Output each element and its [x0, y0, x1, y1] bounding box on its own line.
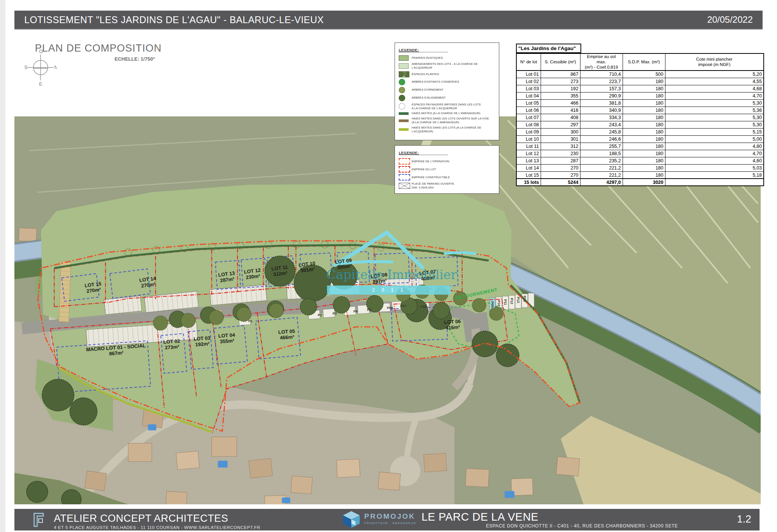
- table-cell: 4,55: [665, 78, 764, 85]
- legend-item-label: PRAIRIES RUSTIQUES: [412, 56, 443, 60]
- table-cell: 245,8: [580, 128, 623, 135]
- watermark-band: 2 0 1 1: [327, 286, 451, 295]
- lot-label-04: LOT 04355m²: [218, 333, 236, 345]
- table-cell: 500: [623, 71, 665, 78]
- emprise-lot-icon: [399, 166, 410, 173]
- table-cell: 15 lots: [516, 179, 541, 186]
- legend-item-label: EMPRISE CONSTRUCTIBLE: [412, 176, 450, 179]
- table-row: Lot 06416340,91805,36: [516, 107, 764, 114]
- table-cell: 300: [541, 128, 580, 135]
- table-cell: 235,2: [580, 157, 623, 164]
- col-lot: N° de lot: [516, 53, 541, 71]
- footer-bar: ATELIER CONCEPT ARCHITECTES 4 ET 5 PLACE…: [14, 509, 760, 530]
- parking-label-p5: P5: [367, 308, 371, 312]
- tree-ornement-icon: [399, 87, 405, 93]
- legend-item-label: ESPACES PAYSAGERS IMPOSES DANS LES LOTSA…: [412, 103, 481, 110]
- table-cell: 5,18: [665, 171, 764, 179]
- lot-label-06: LOT 06416m²: [444, 319, 461, 331]
- table-cell: 5,20: [665, 71, 764, 78]
- parking-label-p07: P07: [400, 304, 406, 308]
- legend-item: HAIES MIXTES DANS LES LOTS (A LA CHARGE …: [399, 126, 495, 133]
- table-cell: 180: [623, 128, 665, 135]
- table-cell: 273: [541, 78, 580, 85]
- compass-o: O: [39, 49, 43, 54]
- lot-label-11: LOT 11312m²: [271, 265, 289, 278]
- table-cell: 355: [541, 92, 580, 99]
- table-cell: 188,5: [580, 150, 623, 157]
- bar-haie-amenageur: [399, 112, 409, 115]
- legend-title: LEGENDE:: [399, 48, 448, 52]
- lot-label-12: LOT 12230m²: [244, 267, 261, 281]
- tree-alignement-icon: [399, 95, 405, 101]
- tree-existant-icon: [399, 79, 405, 85]
- paysager-dashed-circle-icon: [399, 103, 405, 110]
- table-row: Lot 04355290,91804,70: [516, 92, 764, 99]
- table-cell: 180: [623, 171, 665, 179]
- table-cell: 4,68: [665, 85, 764, 92]
- table-cell: 180: [623, 135, 665, 143]
- table-cell: Lot 06: [516, 107, 541, 114]
- table-row: Lot 07408334,31805,30: [516, 114, 764, 121]
- lots-table: N° de lot S. Cessible (m²) Emprise au so…: [516, 53, 764, 186]
- table-cell: 312: [541, 143, 580, 150]
- table-cell: Lot 13: [516, 157, 541, 164]
- legend-item: EMPRISE CONSTRUCTIBLE: [399, 174, 495, 180]
- table-cell: Lot 08: [516, 121, 541, 128]
- plan-scale: ECHELLE: 1/750°: [115, 56, 155, 62]
- lot-label-13: LOT 13287m²: [218, 270, 236, 284]
- bar-haie-voie: [399, 119, 409, 122]
- legend-item-label: HAIES MIXTES DANS LES LOTS (A LA CHARGE …: [412, 126, 495, 133]
- compass-n: N: [54, 64, 57, 70]
- table-cell: 246,6: [580, 135, 623, 143]
- table-cell: Lot 05: [516, 99, 541, 107]
- table-row: Lot 13287235,21804,60: [516, 157, 764, 164]
- compass-icon: O N S E: [24, 49, 57, 88]
- table-cell: 5,36: [665, 107, 764, 114]
- col-sdp: S.D.P. Max. (m²): [623, 53, 665, 71]
- table-cell: 180: [623, 150, 665, 157]
- table-cell: 255,7: [580, 143, 623, 150]
- table-cell: 180: [623, 92, 665, 99]
- legend-item-label: AMENAGEMENTS DES LOTS - A LA CHARGE DE L…: [412, 62, 495, 70]
- table-cell: [665, 179, 764, 186]
- table-row: Lot 02273223,71804,55: [516, 78, 764, 85]
- legend-item: HAIES MIXTES DANS LES LOTS OUVERTS SUR L…: [399, 117, 495, 124]
- table-cell: 4297,0: [580, 179, 623, 186]
- legend-item-label: EMPRISE DE L'OPERATION: [412, 160, 449, 163]
- legend-item-label: PLACE DE PARKING OUVERTEDIM. 3.00x5.00m: [412, 182, 454, 190]
- table-cell: Lot 07: [516, 114, 541, 121]
- parking-label-p3: P3: [332, 312, 337, 315]
- table-cell: 416: [541, 107, 580, 114]
- table-cell: Lot 04: [516, 92, 541, 99]
- table-row: Lot 05466381,81805,30: [516, 99, 764, 107]
- parking-label-p12: P12: [510, 298, 514, 304]
- parking-icon: [399, 183, 410, 189]
- table-cell: 180: [623, 114, 665, 121]
- legend-item: ARBRES D'ORNEMENT: [399, 87, 495, 93]
- table-cell: 287: [541, 157, 580, 164]
- table-cell: Lot 03: [516, 85, 541, 92]
- table-cell: 334,3: [580, 114, 623, 121]
- table-cell: 290,9: [580, 92, 623, 99]
- legend-landscape: LEGENDE: PRAIRIES RUSTIQUESAMENAGEMENTS …: [395, 42, 499, 140]
- table-cell: 5,30: [665, 114, 764, 121]
- lot-label-02: LOT 02273m²: [163, 339, 181, 351]
- table-row: Lot 09300245,81805,15: [516, 128, 764, 135]
- table-cell: Lot 01: [516, 71, 541, 78]
- table-cell: 867: [541, 71, 580, 78]
- compass-s: S: [24, 64, 28, 70]
- bar-haie-acquereur: [399, 128, 409, 131]
- table-cell: Lot 02: [516, 78, 541, 85]
- lot-label-10: LOT 10301m²: [298, 261, 316, 274]
- table-row: Lot 10301246,61805,00: [516, 135, 764, 143]
- project-name: LE PARC DE LA VENE: [422, 511, 678, 523]
- parking-label-p11: P11: [503, 299, 507, 305]
- table-cell: 4,60: [665, 157, 764, 164]
- lot-label-05: LOT 05466m²: [278, 329, 296, 341]
- table-cell: 180: [623, 78, 665, 85]
- lot-label-03: LOT 03192m²: [193, 336, 211, 348]
- parking-label-p06: P06: [387, 306, 393, 310]
- table-row: Lot 12230188,51804,70: [516, 150, 764, 157]
- table-row: Lot 08297243,41805,30: [516, 121, 764, 128]
- legend-item-label: ESPACES PLANTES: [412, 72, 439, 76]
